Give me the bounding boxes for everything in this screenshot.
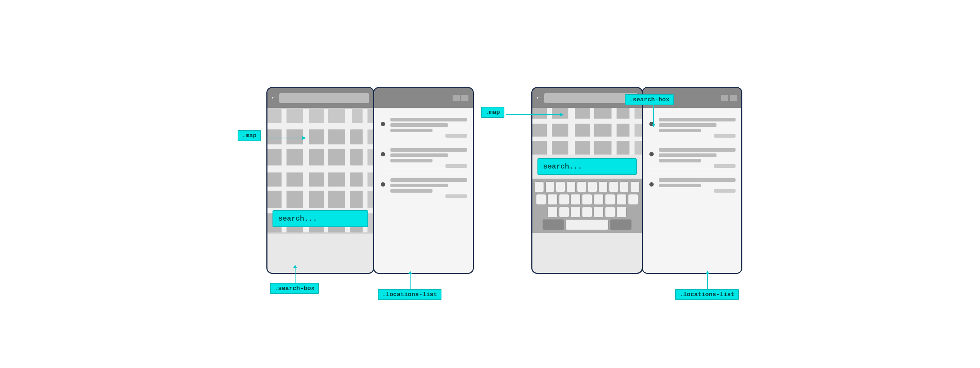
search-arrow-1 (291, 265, 299, 285)
header-squares-2 (721, 95, 737, 102)
svg-rect-19 (350, 149, 363, 165)
phone-right-1: ● ● (373, 87, 474, 274)
svg-rect-59 (617, 124, 630, 136)
svg-rect-28 (328, 191, 345, 208)
svg-marker-66 (560, 113, 564, 116)
list-bar (659, 159, 701, 162)
key-shift (542, 219, 564, 230)
svg-rect-22 (309, 173, 324, 187)
svg-rect-52 (575, 108, 590, 119)
key-row-2 (535, 194, 640, 205)
map-arrow-1 (266, 135, 310, 141)
list-item-1-1: ● (380, 113, 467, 143)
svg-rect-61 (552, 141, 568, 154)
svg-rect-23 (328, 173, 345, 187)
svg-rect-49 (630, 108, 635, 154)
svg-rect-55 (533, 124, 547, 136)
list-item-1-2: ● (380, 143, 467, 173)
key (620, 181, 629, 192)
list-bar-end (445, 194, 467, 198)
svg-rect-63 (594, 141, 611, 154)
header-bar-1 (279, 93, 369, 103)
pin-icon-1-1: ● (380, 119, 386, 130)
list-item-2-3: ● (649, 173, 735, 198)
key (605, 207, 615, 217)
header-bar-2 (544, 93, 637, 103)
svg-rect-57 (575, 124, 590, 136)
list-bar-end (714, 134, 735, 138)
list-content-1-1 (390, 118, 467, 138)
list-content-1-2 (390, 148, 467, 168)
svg-rect-47 (590, 108, 594, 154)
locations-arrow-2 (704, 271, 711, 291)
key-row-4 (535, 219, 640, 230)
svg-rect-53 (594, 108, 611, 119)
search-arrow-2 (650, 105, 657, 127)
svg-rect-25 (267, 173, 282, 187)
key (577, 181, 586, 192)
key (593, 207, 604, 217)
svg-rect-54 (617, 108, 630, 119)
map-area-1: search... (267, 108, 373, 233)
key (547, 207, 558, 217)
key (628, 194, 638, 205)
header-sq-1b (461, 95, 468, 102)
search-box-1[interactable]: search... (272, 210, 368, 227)
back-arrow-icon-2: ← (537, 94, 541, 102)
diagram-1: ← (238, 65, 474, 303)
list-bar (390, 159, 433, 162)
svg-rect-29 (350, 191, 363, 208)
list-bar (659, 128, 701, 132)
svg-rect-60 (533, 141, 547, 154)
key (536, 194, 546, 205)
key (535, 181, 544, 192)
svg-rect-62 (575, 141, 590, 154)
svg-rect-17 (309, 149, 324, 165)
key (582, 194, 592, 205)
pin-icon-2-2: ● (649, 149, 655, 160)
svg-rect-56 (552, 124, 568, 136)
svg-rect-26 (286, 191, 303, 208)
phones-row-1: ← (266, 87, 474, 274)
locations-arrow-1 (407, 271, 414, 291)
key (571, 194, 581, 205)
pin-icon-1-2: ● (380, 149, 386, 160)
list-bar (390, 123, 448, 127)
list-bar (390, 189, 433, 193)
key (598, 181, 608, 192)
key (546, 181, 555, 192)
svg-rect-58 (594, 124, 611, 136)
key (559, 207, 569, 217)
svg-rect-21 (286, 173, 303, 187)
list-bar-end (714, 164, 735, 168)
search-box-2[interactable]: search... (538, 158, 637, 175)
list-content-2-1 (659, 118, 735, 138)
list-bar-end (445, 134, 467, 138)
diagram-2: ← (531, 65, 742, 303)
key (588, 181, 597, 192)
map-label-2: .map (481, 107, 504, 118)
back-arrow-icon-1: ← (272, 94, 277, 102)
pin-icon-2-3: ● (649, 179, 655, 190)
header-squares-1 (453, 95, 468, 102)
svg-marker-39 (293, 265, 297, 268)
list-bar (659, 178, 735, 182)
key (617, 207, 627, 217)
pin-icon-1-3: ● (380, 179, 386, 190)
header-sq-2b (730, 95, 737, 102)
svg-marker-41 (408, 271, 412, 274)
list-bar (390, 148, 467, 152)
locations-list-1: ● ● (374, 108, 473, 274)
list-content-2-2 (659, 148, 735, 168)
list-bar (659, 184, 701, 187)
keyboard-2 (533, 179, 642, 233)
locations-list-2: ● ● (643, 108, 741, 274)
key-return (610, 219, 632, 230)
list-bar (659, 154, 716, 157)
list-bar (390, 184, 448, 187)
svg-rect-13 (328, 129, 345, 144)
map-label-1: .map (238, 130, 261, 141)
list-bar (659, 148, 735, 152)
key-row-3 (535, 207, 640, 217)
svg-rect-16 (286, 149, 303, 165)
